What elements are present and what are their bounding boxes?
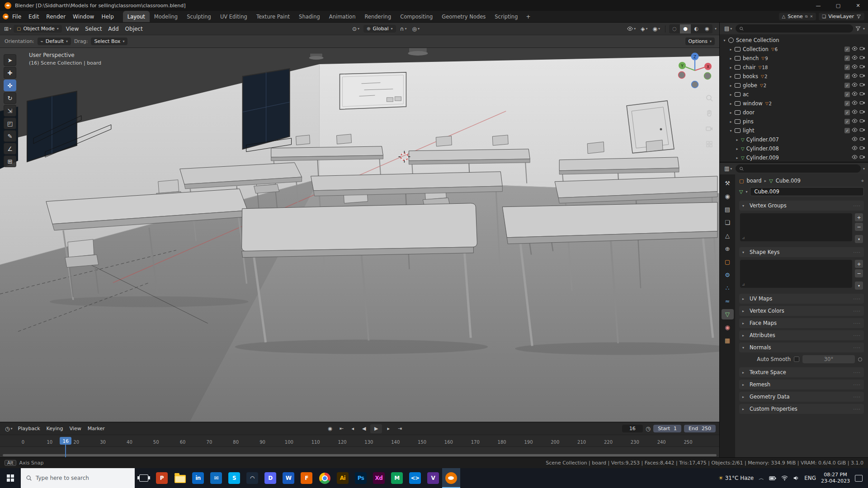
neg-x-axis-ball[interactable] bbox=[679, 72, 685, 79]
transform-orientation-dropdown[interactable]: ⊕ Global ▾ bbox=[363, 25, 396, 33]
workspace-tab-geometry-nodes[interactable]: Geometry Nodes bbox=[437, 11, 490, 22]
disclosure-arrow[interactable]: ▸ bbox=[728, 84, 734, 88]
outliner-row-cylinder-007[interactable]: ▸▽Cylinder.007 bbox=[720, 135, 868, 144]
next-keyframe-button[interactable]: ▸ bbox=[383, 424, 393, 433]
taskbar-app-visual-studio[interactable]: V bbox=[424, 468, 442, 488]
mode-dropdown[interactable]: ▢ Object Mode ▾ bbox=[14, 25, 62, 33]
frame-start-field[interactable]: Start1 bbox=[653, 425, 681, 432]
frame-end-field[interactable]: End250 bbox=[684, 425, 716, 432]
play-reverse-button[interactable]: ◀ bbox=[359, 424, 369, 433]
disable-render-camera-icon[interactable] bbox=[859, 46, 865, 53]
hide-eye-icon[interactable] bbox=[852, 127, 858, 134]
workspace-tab-modeling[interactable]: Modeling bbox=[150, 11, 182, 22]
hide-eye-icon[interactable] bbox=[852, 55, 858, 62]
workspace-tab-layout[interactable]: Layout bbox=[123, 11, 150, 22]
disable-render-camera-icon[interactable] bbox=[859, 109, 865, 116]
outliner-row-cylinder-009[interactable]: ▸▽Cylinder.009 bbox=[720, 153, 868, 162]
disclosure-arrow[interactable]: ▾ bbox=[728, 129, 734, 133]
properties-tab-particles[interactable]: ∴ bbox=[722, 283, 734, 293]
snap-magnet-icon[interactable]: ∩▾ bbox=[399, 25, 408, 33]
blender-menu-icon[interactable] bbox=[3, 14, 9, 19]
pin-icon[interactable]: ⌖ bbox=[861, 178, 864, 184]
tool-add-cube[interactable]: ⊞ bbox=[4, 155, 16, 167]
disclosure-arrow[interactable]: ▸ bbox=[728, 111, 734, 115]
viewport-menu-select[interactable]: Select bbox=[82, 26, 105, 32]
taskbar-app-firefox[interactable]: F bbox=[297, 468, 316, 488]
maximize-button[interactable]: ▢ bbox=[828, 0, 848, 11]
properties-tab-modifiers[interactable]: ⚙ bbox=[722, 270, 734, 280]
auto-smooth-angle-field[interactable]: 30° bbox=[802, 355, 855, 363]
taskbar-app-blender[interactable] bbox=[442, 468, 460, 488]
viewport-menu-object[interactable]: Object bbox=[122, 26, 146, 32]
disclosure-arrow[interactable]: ▸ bbox=[734, 138, 740, 142]
taskbar-app-task-view[interactable] bbox=[135, 468, 153, 488]
specials-menu-button[interactable]: ▾ bbox=[855, 235, 863, 243]
neg-y-axis-ball[interactable] bbox=[704, 73, 711, 80]
jump-to-end-button[interactable]: ⇥ bbox=[395, 424, 405, 433]
exclude-checkbox[interactable]: ✓ bbox=[844, 74, 850, 79]
proportional-editing-icon[interactable]: ◎▾ bbox=[410, 25, 421, 33]
outliner-row-light[interactable]: ▾light✓ bbox=[720, 126, 868, 135]
exclude-checkbox[interactable]: ✓ bbox=[844, 65, 850, 70]
shading-wireframe-button[interactable]: ◌ bbox=[669, 24, 680, 33]
outliner-filter-dropdown-icon[interactable]: ▾ bbox=[863, 27, 865, 31]
disable-render-camera-icon[interactable] bbox=[859, 136, 865, 143]
timeline-editor-type-icon[interactable]: ◷▾ bbox=[4, 425, 14, 432]
hide-eye-icon[interactable] bbox=[852, 100, 858, 107]
camera-view-icon[interactable] bbox=[705, 125, 713, 134]
disable-render-camera-icon[interactable] bbox=[859, 91, 865, 98]
hide-eye-icon[interactable] bbox=[852, 145, 858, 152]
properties-tab-object[interactable]: ▢ bbox=[722, 257, 734, 267]
section-header-normals[interactable]: ▾Normals···· bbox=[739, 343, 864, 352]
properties-editor-type-icon[interactable]: ▥▾ bbox=[723, 165, 733, 172]
scene-selector[interactable]: △ Scene ⧉ ✕ bbox=[779, 13, 816, 20]
exclude-checkbox[interactable]: ✓ bbox=[844, 119, 850, 124]
hide-eye-icon[interactable] bbox=[852, 91, 858, 98]
zoom-icon[interactable] bbox=[705, 94, 713, 103]
add-workspace-button[interactable]: + bbox=[522, 11, 534, 22]
properties-filter-dropdown-icon[interactable]: ▾ bbox=[863, 167, 865, 171]
hide-eye-icon[interactable] bbox=[852, 73, 858, 80]
clock-widget[interactable]: 08:27 PM 23-04-2023 bbox=[821, 472, 850, 484]
shading-rendered-button[interactable]: ◉ bbox=[702, 24, 712, 33]
exclude-checkbox[interactable]: ✓ bbox=[844, 110, 850, 115]
section-header-uv-maps[interactable]: ▸UV Maps···· bbox=[739, 294, 864, 304]
properties-tab-output[interactable]: ▤ bbox=[722, 204, 734, 215]
outliner-row-window[interactable]: ▸window▽2✓ bbox=[720, 99, 868, 108]
menu-file[interactable]: File bbox=[9, 11, 25, 22]
shading-material-button[interactable]: ◐ bbox=[691, 24, 702, 33]
timeline-menu-playback[interactable]: Playback bbox=[15, 426, 43, 432]
section-header-texture-space[interactable]: ▸Texture Space···· bbox=[739, 367, 864, 377]
viewlayer-selector[interactable]: ❏ ViewLayer bbox=[819, 13, 864, 20]
taskbar-app-chrome[interactable] bbox=[316, 468, 334, 488]
tool-transform[interactable]: ◰ bbox=[4, 117, 16, 129]
outliner-search[interactable] bbox=[736, 24, 853, 33]
workspace-tab-sculpting[interactable]: Sculpting bbox=[182, 11, 216, 22]
remove-item-button[interactable]: − bbox=[855, 223, 863, 231]
properties-tab-object-data[interactable]: ▽ bbox=[722, 309, 734, 319]
outliner-row-scene-collection[interactable]: ▾Scene Collection bbox=[720, 36, 868, 45]
taskbar-app-vscode[interactable]: <> bbox=[406, 468, 424, 488]
outliner-display-mode-icon[interactable]: ▤▾ bbox=[723, 25, 733, 32]
exclude-checkbox[interactable]: ✓ bbox=[844, 83, 850, 88]
outliner-filter-icon[interactable] bbox=[855, 26, 861, 31]
remove-item-button[interactable]: − bbox=[855, 269, 863, 277]
disable-render-camera-icon[interactable] bbox=[859, 127, 865, 134]
timeline-menu-marker[interactable]: Marker bbox=[85, 426, 108, 432]
timeline-ruler[interactable]: 0102030405060708090100110120130140150160… bbox=[0, 435, 719, 447]
overlays-toggle-icon[interactable]: ◉▾ bbox=[651, 25, 661, 33]
pan-hand-icon[interactable] bbox=[705, 109, 713, 119]
properties-tab-physics[interactable]: ≈ bbox=[722, 296, 734, 306]
disable-render-camera-icon[interactable] bbox=[859, 145, 865, 152]
disable-render-camera-icon[interactable] bbox=[859, 100, 865, 107]
exclude-checkbox[interactable]: ✓ bbox=[844, 92, 850, 97]
disclosure-arrow[interactable]: ▸ bbox=[728, 66, 734, 70]
menu-window[interactable]: Window bbox=[69, 11, 98, 22]
tool-rotate[interactable]: ↻ bbox=[4, 92, 16, 104]
orientation-dropdown[interactable]: ⌁ Default ▾ bbox=[38, 38, 71, 45]
close-button[interactable]: ✕ bbox=[848, 0, 868, 11]
disclosure-arrow[interactable]: ▸ bbox=[728, 47, 734, 52]
workspace-tab-rendering[interactable]: Rendering bbox=[360, 11, 396, 22]
disclosure-arrow[interactable]: ▸ bbox=[728, 120, 734, 124]
disclosure-arrow[interactable]: ▸ bbox=[728, 75, 734, 79]
